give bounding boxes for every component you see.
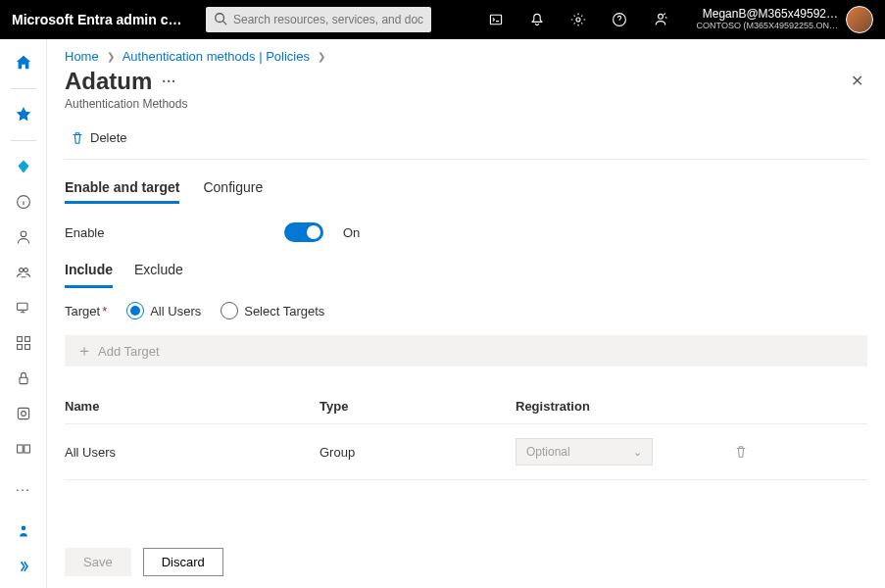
svg-point-8 xyxy=(19,269,23,272)
nav-home[interactable] xyxy=(8,47,39,78)
svg-point-3 xyxy=(576,18,580,22)
avatar[interactable] xyxy=(846,6,873,33)
svg-point-7 xyxy=(21,231,26,237)
global-search xyxy=(206,7,431,32)
chevron-right-icon: ❯ xyxy=(318,51,325,62)
enable-state: On xyxy=(343,225,360,240)
svg-line-1 xyxy=(223,22,227,25)
command-bar: Delete xyxy=(65,121,867,160)
settings-icon[interactable] xyxy=(569,11,587,28)
registration-value: Optional xyxy=(526,445,570,459)
svg-point-20 xyxy=(21,525,25,530)
nav-expand[interactable] xyxy=(8,551,39,582)
page-subtitle: Authentication Methods xyxy=(65,97,187,111)
trash-icon xyxy=(71,131,84,145)
nav-info[interactable] xyxy=(8,186,39,218)
radio-select-targets-label: Select Targets xyxy=(244,304,324,318)
primary-tabs: Enable and target Configure xyxy=(65,173,867,205)
top-bar: Microsoft Entra admin cent… MeganB@M365x… xyxy=(0,0,885,39)
page-title: Adatum xyxy=(65,68,152,95)
svg-rect-15 xyxy=(20,377,27,383)
radio-all-users-label: All Users xyxy=(150,304,201,318)
enable-label: Enable xyxy=(65,225,270,240)
plus-icon: ＋ xyxy=(76,343,92,359)
nav-protect[interactable] xyxy=(8,363,39,394)
nav-devices[interactable] xyxy=(8,292,39,323)
chevron-down-icon: ⌄ xyxy=(633,446,642,459)
svg-point-9 xyxy=(24,269,27,272)
cell-type: Group xyxy=(320,445,516,460)
svg-rect-10 xyxy=(17,303,26,310)
svg-rect-16 xyxy=(18,408,28,418)
nav-diamond[interactable] xyxy=(8,151,39,182)
feedback-icon[interactable] xyxy=(652,11,669,28)
help-icon[interactable] xyxy=(611,11,628,28)
add-target-button[interactable]: ＋ Add Target xyxy=(65,335,867,367)
radio-select-targets[interactable]: Select Targets xyxy=(221,302,324,319)
enable-toggle[interactable] xyxy=(284,222,323,242)
breadcrumb-section[interactable]: Authentication methods | Policies xyxy=(123,49,310,64)
svg-rect-13 xyxy=(17,345,22,350)
nav-apps[interactable] xyxy=(8,327,39,359)
delete-row-button[interactable] xyxy=(712,445,770,459)
nav-favorites[interactable] xyxy=(8,99,39,130)
user-menu[interactable]: MeganB@M365x49592… CONTOSO (M365X4959225… xyxy=(697,6,873,33)
main-content: Home ❯ Authentication methods | Policies… xyxy=(47,39,885,588)
left-nav: ··· xyxy=(0,39,47,588)
nav-users[interactable] xyxy=(8,221,39,253)
tab-exclude[interactable]: Exclude xyxy=(134,256,183,288)
include-exclude-tabs: Include Exclude xyxy=(65,256,867,288)
cloud-shell-icon[interactable] xyxy=(487,11,505,28)
col-registration: Registration xyxy=(516,399,712,414)
cell-name: All Users xyxy=(65,445,320,460)
svg-rect-11 xyxy=(17,337,22,342)
targets-table: Name Type Registration All Users Group O… xyxy=(65,386,867,480)
breadcrumb-home[interactable]: Home xyxy=(65,49,99,64)
nav-learn[interactable] xyxy=(8,515,39,547)
user-email: MeganB@M365x49592… xyxy=(697,8,838,21)
more-actions-icon[interactable]: ··· xyxy=(162,74,176,89)
brand-label: Microsoft Entra admin cent… xyxy=(12,12,188,27)
delete-label: Delete xyxy=(90,130,127,145)
save-button[interactable]: Save xyxy=(65,548,131,576)
close-button[interactable]: ✕ xyxy=(847,68,867,94)
tab-configure[interactable]: Configure xyxy=(203,173,263,204)
radio-all-users[interactable]: All Users xyxy=(126,302,201,319)
svg-point-17 xyxy=(21,412,25,416)
user-tenant: CONTOSO (M365X49592255.ON… xyxy=(697,22,838,31)
nav-governance[interactable] xyxy=(8,398,39,429)
svg-rect-2 xyxy=(490,15,501,24)
col-name: Name xyxy=(65,399,320,414)
target-label: Target xyxy=(65,304,100,318)
search-input[interactable] xyxy=(206,7,431,32)
svg-point-0 xyxy=(216,14,224,23)
table-row: All Users Group Optional ⌄ xyxy=(65,424,867,480)
notifications-icon[interactable] xyxy=(528,11,546,28)
svg-rect-12 xyxy=(25,337,29,342)
col-type: Type xyxy=(320,399,516,414)
search-icon xyxy=(214,12,227,25)
chevron-right-icon: ❯ xyxy=(107,51,115,62)
delete-button[interactable]: Delete xyxy=(65,126,133,149)
svg-point-5 xyxy=(658,14,663,19)
discard-button[interactable]: Discard xyxy=(143,548,223,576)
registration-select[interactable]: Optional ⌄ xyxy=(516,438,653,466)
nav-more[interactable]: ··· xyxy=(8,472,39,504)
breadcrumb: Home ❯ Authentication methods | Policies… xyxy=(65,49,867,64)
svg-rect-19 xyxy=(24,445,29,453)
required-indicator: * xyxy=(102,304,107,318)
svg-rect-18 xyxy=(17,445,23,453)
nav-groups[interactable] xyxy=(8,257,39,288)
tab-enable-target[interactable]: Enable and target xyxy=(65,173,179,204)
svg-rect-14 xyxy=(25,345,29,350)
add-target-label: Add Target xyxy=(98,344,160,359)
nav-external[interactable] xyxy=(8,433,39,465)
tab-include[interactable]: Include xyxy=(65,256,113,288)
footer-actions: Save Discard xyxy=(65,548,223,576)
